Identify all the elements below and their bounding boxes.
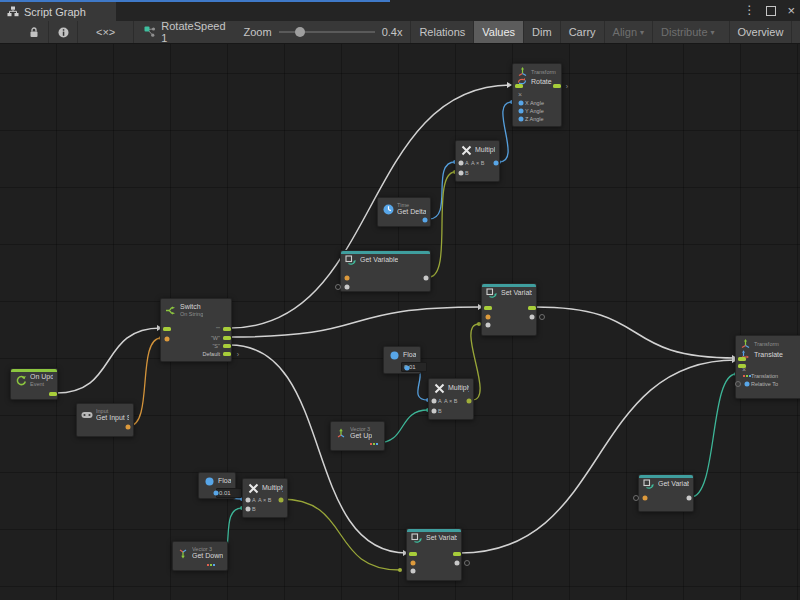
lock-button[interactable]	[20, 21, 49, 43]
port-chev[interactable]: ›	[566, 83, 568, 90]
node-float-2[interactable]: Float0.01	[198, 472, 236, 499]
node-title: Set Variable	[426, 534, 457, 542]
port-dot[interactable]	[643, 496, 648, 501]
port-flow[interactable]	[49, 392, 57, 396]
node-get-variable-2[interactable]: Get Variable	[638, 474, 694, 512]
port-dot[interactable]	[687, 496, 692, 501]
node-switch-on-string[interactable]: SwitchOn String"""W""S"Default›	[160, 298, 232, 362]
port-dot[interactable]	[486, 323, 491, 328]
port-w[interactable]	[223, 336, 231, 340]
close-icon[interactable]: ×	[787, 4, 795, 17]
port-flow[interactable]	[738, 357, 746, 361]
maximize-icon[interactable]	[766, 6, 776, 16]
port-dot[interactable]	[455, 561, 460, 566]
node-rotate[interactable]: TransformRotate›×X AngleY AngleZ Angle	[512, 63, 562, 127]
port-z-angle[interactable]	[519, 117, 524, 122]
node-multiply-2[interactable]: MultiplyABA × B	[428, 378, 474, 420]
node-header: Vector 3Get Up	[331, 422, 384, 440]
node-on-update[interactable]: On UpdateEvent	[10, 368, 58, 400]
port-a[interactable]	[432, 399, 437, 404]
node-header-text: Float	[403, 351, 416, 359]
port-dot[interactable]	[279, 498, 284, 503]
code-button[interactable]: <×>	[78, 21, 134, 43]
port-a[interactable]	[459, 161, 464, 166]
node-float-1[interactable]: Float0.01	[383, 346, 421, 374]
port-dot[interactable]	[530, 315, 535, 320]
port-dot[interactable]	[345, 285, 350, 290]
node-set-variable-1[interactable]: Set Variable	[481, 283, 537, 336]
tab-title: Script Graph	[24, 6, 86, 18]
fullscreen-button[interactable]: Full Screen	[791, 21, 800, 43]
port-flow[interactable]	[409, 552, 417, 556]
port-dot[interactable]	[486, 315, 491, 320]
port-b[interactable]	[432, 409, 437, 414]
port-label-b: B	[252, 506, 256, 512]
port-ring[interactable]	[335, 284, 341, 290]
port-dot[interactable]	[423, 218, 428, 223]
node-header: Multiply	[243, 479, 287, 494]
node-get-variable-1[interactable]: Get Variable	[340, 250, 431, 292]
node-vector3-get-down[interactable]: Vector 3Get Down	[172, 541, 228, 571]
tab-script-graph[interactable]: Script Graph	[0, 2, 116, 21]
node-multiply-1[interactable]: MultiplyABA × B	[455, 140, 500, 182]
value-field[interactable]: 0.01	[216, 488, 242, 498]
values-button[interactable]: Values	[473, 21, 523, 43]
overview-button[interactable]: Overview	[729, 21, 792, 43]
port-dot[interactable]	[467, 399, 472, 404]
port-s[interactable]	[223, 344, 231, 348]
port-ring[interactable]	[735, 381, 741, 387]
port-x[interactable]: ×	[742, 366, 746, 373]
port-vec[interactable]	[370, 443, 378, 445]
port-flow[interactable]	[484, 306, 492, 310]
node-get-delta-time[interactable]: TimeGet Delta Time	[377, 197, 431, 227]
node-get-input-string[interactable]: InputGet Input String	[76, 403, 134, 437]
port-port[interactable]	[223, 327, 231, 331]
zoom-value: 0.4x	[382, 26, 403, 38]
port-flow[interactable]	[553, 84, 561, 88]
port-ring[interactable]	[539, 314, 545, 320]
zoom-slider-handle[interactable]	[295, 27, 305, 37]
port-flow[interactable]	[163, 327, 171, 331]
port-label-translation: Translation	[751, 373, 778, 379]
port-vec[interactable]	[207, 564, 215, 566]
port-b[interactable]	[246, 507, 251, 512]
port-chev[interactable]: ›	[237, 351, 239, 358]
graph-breadcrumb[interactable]: RotateSpeed 1	[134, 21, 235, 43]
port-flow[interactable]	[453, 552, 461, 556]
port-flow[interactable]	[515, 84, 523, 88]
port-dot[interactable]	[126, 425, 131, 430]
port-y-angle[interactable]	[519, 109, 524, 114]
port-dot[interactable]	[411, 561, 416, 566]
port-default[interactable]	[223, 352, 231, 356]
distribute-dropdown[interactable]: Distribute ▾	[652, 21, 722, 43]
port-translation[interactable]	[743, 375, 751, 377]
node-set-variable-2[interactable]: Set Variable	[406, 528, 462, 581]
node-title: Multiply	[262, 484, 283, 492]
carry-button[interactable]: Carry	[560, 21, 604, 43]
node-translate[interactable]: TransformTranslate×TranslationRelative T…	[735, 335, 800, 399]
port-dot[interactable]	[214, 491, 219, 496]
info-button[interactable]	[49, 21, 78, 43]
node-multiply-3[interactable]: MultiplyABA × B	[242, 478, 288, 518]
node-vector3-get-up[interactable]: Vector 3Get Up	[330, 421, 385, 451]
dim-button[interactable]: Dim	[523, 21, 560, 43]
port-dot[interactable]	[411, 569, 416, 574]
relations-button[interactable]: Relations	[410, 21, 473, 43]
port-dot[interactable]	[424, 276, 429, 281]
port-dot[interactable]	[165, 337, 170, 342]
port-dot[interactable]	[494, 161, 499, 166]
zoom-slider[interactable]	[279, 26, 375, 38]
port-dot[interactable]	[345, 276, 350, 281]
port-label-a-b: A × B	[471, 160, 484, 166]
align-dropdown[interactable]: Align ▾	[604, 21, 652, 43]
port-b[interactable]	[459, 171, 464, 176]
port-a[interactable]	[246, 498, 251, 503]
port-ring[interactable]	[633, 495, 639, 501]
port-x-angle[interactable]	[519, 101, 524, 106]
port-flow[interactable]	[528, 306, 536, 310]
port-dot[interactable]	[405, 366, 410, 371]
port-x[interactable]: ×	[518, 91, 522, 98]
port-relative-to[interactable]	[745, 382, 750, 387]
menu-icon[interactable]: ⋮	[743, 3, 755, 17]
port-ring[interactable]	[464, 560, 470, 566]
